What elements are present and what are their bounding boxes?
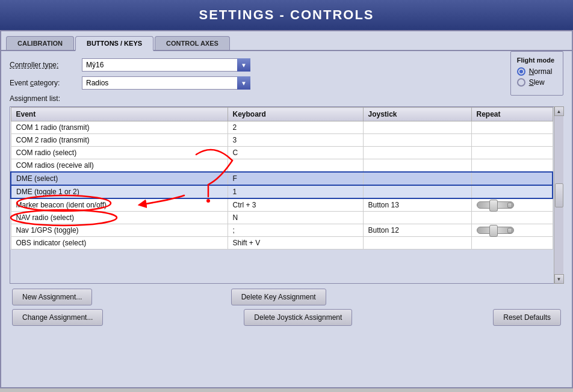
joystick-cell xyxy=(363,185,471,198)
table-row[interactable]: Nav 1/GPS (toggle) ; Button 12 xyxy=(11,224,553,237)
change-assignment-button[interactable]: Change Assignment... xyxy=(12,309,103,326)
keyboard-cell: 2 xyxy=(228,121,363,134)
table-row[interactable]: Marker beacon (ident on/off) Ctrl + 3 Bu… xyxy=(11,198,553,212)
repeat-cell xyxy=(471,147,553,159)
keyboard-cell: 3 xyxy=(228,134,363,147)
slider-thumb-2[interactable] xyxy=(489,225,498,237)
flight-mode-normal-row[interactable]: Normal xyxy=(517,67,554,76)
keyboard-cell: F xyxy=(228,172,363,185)
event-cell: COM radios (receive all) xyxy=(11,159,228,173)
tab-control-axes[interactable]: CONTROL AXES xyxy=(155,36,230,50)
scrollbar-down-btn[interactable]: ▼ xyxy=(554,274,564,284)
joystick-cell xyxy=(363,134,471,147)
joystick-cell xyxy=(363,159,471,173)
flight-mode-slew-radio[interactable] xyxy=(517,78,525,87)
content-area: Controller type: Mÿ16 ▼ Event category: … xyxy=(1,51,572,333)
event-cell: DME (toggle 1 or 2) xyxy=(11,185,228,198)
assignment-list-label: Assignment list: xyxy=(10,94,563,103)
event-category-select-wrapper[interactable]: Radios ▼ xyxy=(82,76,250,90)
joystick-cell xyxy=(363,147,471,159)
repeat-cell xyxy=(471,212,553,224)
event-cell: Marker beacon (ident on/off) xyxy=(11,198,228,212)
controller-type-select[interactable]: Mÿ16 xyxy=(82,58,250,72)
repeat-cell xyxy=(471,185,553,198)
buttons-row-2: Change Assignment... Delete Joystick Ass… xyxy=(10,309,563,326)
keyboard-cell: N xyxy=(228,212,363,224)
flight-mode-normal-radio[interactable] xyxy=(517,67,525,76)
col-event: Event xyxy=(11,108,228,121)
repeat-cell xyxy=(471,134,553,147)
table-row[interactable]: NAV radio (select) N xyxy=(11,212,553,224)
table-row[interactable]: OBS indicator (select) Shift + V xyxy=(11,237,553,250)
delete-joystick-button[interactable]: Delete Joystick Assignment xyxy=(244,309,352,326)
scrollbar-up-btn[interactable]: ▲ xyxy=(554,106,564,116)
event-cell: NAV radio (select) xyxy=(11,212,228,224)
table-row[interactable]: COM 1 radio (transmit) 2 xyxy=(11,121,553,134)
flight-mode-title: Flight mode xyxy=(517,57,554,64)
scrollbar-track[interactable]: ▲ ▼ xyxy=(554,106,563,284)
controller-type-label: Controller type: xyxy=(10,61,82,69)
table-container-wrapper: Event Keyboard Joystick Repeat COM 1 rad… xyxy=(10,106,563,284)
joystick-cell xyxy=(363,237,471,250)
slider-end-2 xyxy=(507,228,512,233)
keyboard-cell: ; xyxy=(228,224,363,237)
table-row[interactable]: DME (toggle 1 or 2) 1 xyxy=(11,185,553,198)
event-cell: COM radio (select) xyxy=(11,147,228,159)
repeat-cell xyxy=(471,198,553,212)
repeat-cell xyxy=(471,172,553,185)
event-category-select[interactable]: Radios xyxy=(82,76,250,90)
slider-thumb[interactable] xyxy=(489,200,498,212)
col-repeat: Repeat xyxy=(471,108,553,121)
flight-mode-normal-label: Normal xyxy=(529,67,553,76)
tab-calibration[interactable]: CALIBRATION xyxy=(6,36,74,50)
main-container: CALIBRATION BUTTONS / KEYS CONTROL AXES … xyxy=(0,30,573,388)
tabs-row: CALIBRATION BUTTONS / KEYS CONTROL AXES xyxy=(1,31,572,51)
keyboard-cell: Shift + V xyxy=(228,237,363,250)
joystick-cell xyxy=(363,212,471,224)
buttons-row-1: New Assignment... Delete Key Assignment xyxy=(10,289,563,305)
event-cell: DME (select) xyxy=(11,172,228,185)
title-bar: SETTINGS - CONTROLS xyxy=(0,0,573,30)
keyboard-cell: C xyxy=(228,147,363,159)
flight-mode-slew-row[interactable]: Slew xyxy=(517,78,554,87)
controller-type-select-wrapper[interactable]: Mÿ16 ▼ xyxy=(82,58,250,72)
col-joystick: Joystick xyxy=(363,108,471,121)
controller-type-row: Controller type: Mÿ16 ▼ xyxy=(10,58,563,72)
flight-mode-slew-label: Slew xyxy=(529,78,545,87)
table-row[interactable]: COM 2 radio (transmit) 3 xyxy=(11,134,553,147)
table-row[interactable]: COM radios (receive all) xyxy=(11,159,553,173)
table-scroll-container[interactable]: Event Keyboard Joystick Repeat COM 1 rad… xyxy=(10,106,563,284)
page-title: SETTINGS - CONTROLS xyxy=(199,7,374,22)
repeat-cell xyxy=(471,159,553,173)
keyboard-cell xyxy=(228,159,363,173)
tab-buttons-keys[interactable]: BUTTONS / KEYS xyxy=(75,36,153,51)
event-cell: COM 1 radio (transmit) xyxy=(11,121,228,134)
flight-mode-box: Flight mode Normal Slew xyxy=(510,51,563,96)
event-cell: Nav 1/GPS (toggle) xyxy=(11,224,228,237)
event-category-label: Event category: xyxy=(10,79,82,87)
reset-defaults-button[interactable]: Reset Defaults xyxy=(493,309,561,326)
repeat-cell xyxy=(471,224,553,237)
col-keyboard: Keyboard xyxy=(228,108,363,121)
delete-key-button[interactable]: Delete Key Assignment xyxy=(231,289,326,305)
keyboard-cell: 1 xyxy=(228,185,363,198)
table-row[interactable]: COM radio (select) C xyxy=(11,147,553,159)
slider-end xyxy=(507,203,512,208)
repeat-slider[interactable] xyxy=(477,201,514,209)
scrollbar-thumb[interactable] xyxy=(555,183,563,207)
joystick-cell xyxy=(363,172,471,185)
event-cell: COM 2 radio (transmit) xyxy=(11,134,228,147)
event-cell: OBS indicator (select) xyxy=(11,237,228,250)
assignment-table: Event Keyboard Joystick Repeat COM 1 rad… xyxy=(10,107,553,250)
repeat-cell xyxy=(471,237,553,250)
repeat-cell xyxy=(471,121,553,134)
new-assignment-button[interactable]: New Assignment... xyxy=(12,289,92,305)
event-category-row: Event category: Radios ▼ xyxy=(10,76,563,90)
joystick-cell xyxy=(363,121,471,134)
table-row[interactable]: DME (select) F xyxy=(11,172,553,185)
repeat-slider-2[interactable] xyxy=(477,227,514,234)
keyboard-cell: Ctrl + 3 xyxy=(228,198,363,212)
joystick-cell: Button 13 xyxy=(363,198,471,212)
joystick-cell: Button 12 xyxy=(363,224,471,237)
